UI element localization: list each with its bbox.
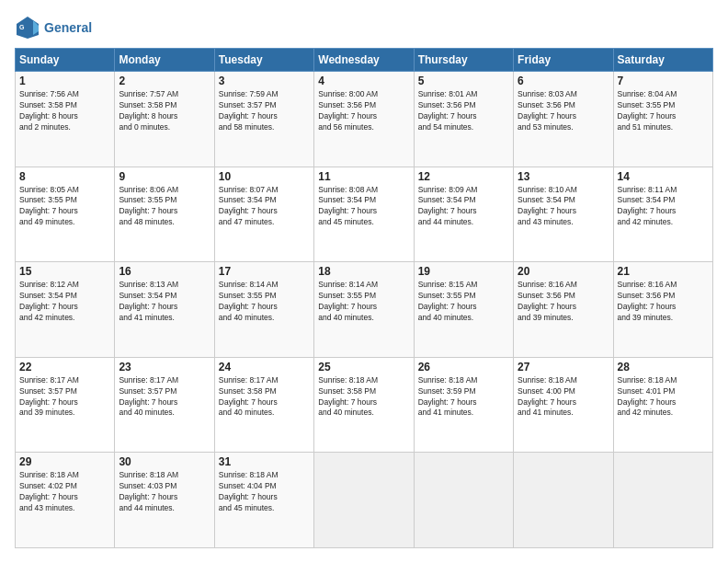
day-number: 5 (418, 75, 509, 87)
calendar-week-row: 1Sunrise: 7:56 AMSunset: 3:58 PMDaylight… (16, 72, 713, 167)
day-info: Sunrise: 8:18 AMSunset: 3:59 PMDaylight:… (418, 375, 509, 419)
calendar-cell: 6Sunrise: 8:03 AMSunset: 3:56 PMDaylight… (514, 72, 613, 167)
calendar-cell: 26Sunrise: 8:18 AMSunset: 3:59 PMDayligh… (414, 357, 513, 453)
calendar-cell: 23Sunrise: 8:17 AMSunset: 3:57 PMDayligh… (115, 357, 214, 453)
calendar-cell: 13Sunrise: 8:10 AMSunset: 3:54 PMDayligh… (514, 167, 613, 262)
day-info: Sunrise: 8:07 AMSunset: 3:54 PMDaylight:… (219, 185, 310, 229)
calendar-cell: 30Sunrise: 8:18 AMSunset: 4:03 PMDayligh… (115, 453, 214, 548)
calendar-cell: 2Sunrise: 7:57 AMSunset: 3:58 PMDaylight… (115, 72, 214, 167)
day-info: Sunrise: 8:17 AMSunset: 3:57 PMDaylight:… (119, 375, 210, 419)
calendar-cell: 27Sunrise: 8:18 AMSunset: 4:00 PMDayligh… (514, 357, 613, 453)
day-info: Sunrise: 8:18 AMSunset: 4:02 PMDaylight:… (19, 470, 110, 514)
day-number: 8 (19, 170, 110, 183)
calendar-cell: 18Sunrise: 8:14 AMSunset: 3:55 PMDayligh… (314, 262, 414, 358)
calendar-cell: 7Sunrise: 8:04 AMSunset: 3:55 PMDaylight… (613, 72, 712, 167)
day-number: 4 (318, 75, 409, 87)
day-info: Sunrise: 8:01 AMSunset: 3:56 PMDaylight:… (418, 89, 509, 133)
day-of-week-header: Thursday (414, 49, 513, 72)
day-info: Sunrise: 8:18 AMSunset: 4:01 PMDaylight:… (618, 375, 709, 419)
day-number: 21 (618, 265, 709, 278)
calendar-cell: 4Sunrise: 8:00 AMSunset: 3:56 PMDaylight… (314, 72, 414, 167)
day-number: 12 (418, 170, 509, 183)
calendar-cell: 15Sunrise: 8:12 AMSunset: 3:54 PMDayligh… (16, 262, 115, 358)
day-info: Sunrise: 8:15 AMSunset: 3:55 PMDaylight:… (418, 280, 509, 324)
day-info: Sunrise: 8:09 AMSunset: 3:54 PMDaylight:… (418, 185, 509, 229)
page: G General SundayMondayTuesdayWednesdayTh… (0, 0, 728, 563)
day-info: Sunrise: 8:16 AMSunset: 3:56 PMDaylight:… (518, 280, 609, 324)
calendar-header-row: SundayMondayTuesdayWednesdayThursdayFrid… (16, 49, 713, 72)
day-number: 24 (219, 361, 310, 373)
day-number: 14 (618, 170, 709, 183)
calendar-cell (414, 453, 513, 548)
day-info: Sunrise: 8:14 AMSunset: 3:55 PMDaylight:… (318, 280, 409, 324)
logo-text: General (44, 20, 92, 36)
calendar-week-row: 15Sunrise: 8:12 AMSunset: 3:54 PMDayligh… (16, 262, 713, 358)
day-number: 22 (19, 361, 110, 373)
calendar-cell: 12Sunrise: 8:09 AMSunset: 3:54 PMDayligh… (414, 167, 513, 262)
day-number: 10 (219, 170, 310, 183)
calendar-cell: 1Sunrise: 7:56 AMSunset: 3:58 PMDaylight… (16, 72, 115, 167)
day-info: Sunrise: 8:10 AMSunset: 3:54 PMDaylight:… (518, 185, 609, 229)
day-info: Sunrise: 8:06 AMSunset: 3:55 PMDaylight:… (119, 185, 210, 229)
calendar-cell: 17Sunrise: 8:14 AMSunset: 3:55 PMDayligh… (214, 262, 313, 358)
day-info: Sunrise: 8:18 AMSunset: 4:00 PMDaylight:… (518, 375, 609, 419)
day-info: Sunrise: 7:57 AMSunset: 3:58 PMDaylight:… (119, 89, 210, 133)
day-number: 2 (119, 75, 210, 87)
day-number: 7 (618, 75, 709, 87)
calendar-cell: 16Sunrise: 8:13 AMSunset: 3:54 PMDayligh… (115, 262, 214, 358)
logo: G General (15, 15, 92, 40)
day-info: Sunrise: 8:08 AMSunset: 3:54 PMDaylight:… (318, 185, 409, 229)
day-number: 30 (119, 455, 210, 468)
calendar-week-row: 8Sunrise: 8:05 AMSunset: 3:55 PMDaylight… (16, 167, 713, 262)
calendar-cell (314, 453, 414, 548)
calendar-cell (514, 453, 613, 548)
day-info: Sunrise: 7:59 AMSunset: 3:57 PMDaylight:… (219, 89, 310, 133)
calendar-cell: 5Sunrise: 8:01 AMSunset: 3:56 PMDaylight… (414, 72, 513, 167)
calendar-cell: 20Sunrise: 8:16 AMSunset: 3:56 PMDayligh… (514, 262, 613, 358)
calendar-cell: 25Sunrise: 8:18 AMSunset: 3:58 PMDayligh… (314, 357, 414, 453)
day-number: 1 (19, 75, 110, 87)
day-number: 27 (518, 361, 609, 373)
day-number: 19 (418, 265, 509, 278)
day-of-week-header: Wednesday (314, 49, 414, 72)
day-number: 31 (219, 455, 310, 468)
day-of-week-header: Tuesday (214, 49, 313, 72)
day-info: Sunrise: 8:18 AMSunset: 3:58 PMDaylight:… (318, 375, 409, 419)
day-info: Sunrise: 8:17 AMSunset: 3:57 PMDaylight:… (19, 375, 110, 419)
calendar-week-row: 29Sunrise: 8:18 AMSunset: 4:02 PMDayligh… (16, 453, 713, 548)
day-info: Sunrise: 8:13 AMSunset: 3:54 PMDaylight:… (119, 280, 210, 324)
day-info: Sunrise: 8:03 AMSunset: 3:56 PMDaylight:… (518, 89, 609, 133)
day-info: Sunrise: 8:18 AMSunset: 4:04 PMDaylight:… (219, 470, 310, 514)
calendar-cell: 11Sunrise: 8:08 AMSunset: 3:54 PMDayligh… (314, 167, 414, 262)
day-number: 20 (518, 265, 609, 278)
svg-text:G: G (19, 24, 25, 30)
calendar-cell: 3Sunrise: 7:59 AMSunset: 3:57 PMDaylight… (214, 72, 313, 167)
day-number: 16 (119, 265, 210, 278)
day-number: 26 (418, 361, 509, 373)
day-of-week-header: Monday (115, 49, 214, 72)
day-number: 6 (518, 75, 609, 87)
calendar-cell: 22Sunrise: 8:17 AMSunset: 3:57 PMDayligh… (16, 357, 115, 453)
day-number: 9 (119, 170, 210, 183)
day-info: Sunrise: 8:17 AMSunset: 3:58 PMDaylight:… (219, 375, 310, 419)
day-info: Sunrise: 8:04 AMSunset: 3:55 PMDaylight:… (618, 89, 709, 133)
day-number: 17 (219, 265, 310, 278)
calendar-cell: 10Sunrise: 8:07 AMSunset: 3:54 PMDayligh… (214, 167, 313, 262)
calendar-cell (613, 453, 712, 548)
day-of-week-header: Friday (514, 49, 613, 72)
day-number: 25 (318, 361, 409, 373)
calendar-table: SundayMondayTuesdayWednesdayThursdayFrid… (15, 48, 713, 548)
day-of-week-header: Saturday (613, 49, 712, 72)
day-info: Sunrise: 8:00 AMSunset: 3:56 PMDaylight:… (318, 89, 409, 133)
day-number: 15 (19, 265, 110, 278)
day-info: Sunrise: 8:14 AMSunset: 3:55 PMDaylight:… (219, 280, 310, 324)
day-info: Sunrise: 7:56 AMSunset: 3:58 PMDaylight:… (19, 89, 110, 133)
day-info: Sunrise: 8:16 AMSunset: 3:56 PMDaylight:… (618, 280, 709, 324)
calendar-cell: 14Sunrise: 8:11 AMSunset: 3:54 PMDayligh… (613, 167, 712, 262)
day-info: Sunrise: 8:18 AMSunset: 4:03 PMDaylight:… (119, 470, 210, 514)
day-number: 11 (318, 170, 409, 183)
calendar-cell: 21Sunrise: 8:16 AMSunset: 3:56 PMDayligh… (613, 262, 712, 358)
day-number: 3 (219, 75, 310, 87)
calendar-cell: 29Sunrise: 8:18 AMSunset: 4:02 PMDayligh… (16, 453, 115, 548)
day-number: 13 (518, 170, 609, 183)
